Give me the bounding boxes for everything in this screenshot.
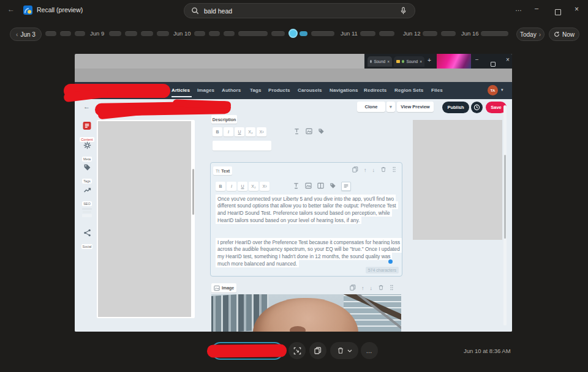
timeline-segment[interactable] [238, 31, 268, 36]
insert-image-icon[interactable] [306, 126, 312, 137]
timeline-segment[interactable] [157, 31, 169, 36]
underline-button[interactable]: U [238, 182, 247, 191]
columns-icon[interactable] [317, 180, 324, 192]
more-options-icon[interactable]: … [515, 5, 522, 12]
editor-back-icon[interactable]: ← [83, 103, 90, 110]
nav-tab-region-sets[interactable]: Region Sets [394, 87, 423, 93]
paragraph-1[interactable]: Once you've connected your Liberty 5 and… [216, 195, 401, 224]
timeline-segment[interactable] [379, 31, 394, 36]
timeline-date-label[interactable]: Jun 11 [341, 30, 358, 37]
sidebar-item-content[interactable]: Content [77, 121, 97, 143]
sidebar-item-tags[interactable]: Tags [77, 163, 97, 185]
description-input[interactable] [213, 141, 271, 151]
subscript-button[interactable]: X₂ [246, 127, 255, 136]
chevron-left-icon: ‹ [16, 31, 18, 38]
insert-image-icon[interactable] [305, 180, 312, 192]
close-button[interactable]: × [575, 5, 579, 13]
timeline-date-label[interactable]: Jun 10 [173, 30, 191, 37]
timeline-segment[interactable] [481, 31, 508, 36]
more-actions-button[interactable]: … [361, 342, 378, 359]
clone-dropdown-caret[interactable]: ▾ [386, 102, 395, 112]
paragraph-2[interactable]: I prefer HearID over the Preference Test… [216, 239, 401, 267]
timeline-segment[interactable] [271, 31, 285, 36]
article-photo-bald-head[interactable] [211, 294, 401, 332]
sidebar-item-meta[interactable]: Meta [77, 141, 97, 163]
nav-tab-tags[interactable]: Tags [250, 87, 261, 93]
timeline-segment[interactable] [60, 31, 71, 36]
move-down-icon[interactable]: ↓ [372, 167, 375, 173]
nav-tab-files[interactable]: Files [431, 87, 443, 93]
bold-button[interactable]: B [216, 182, 225, 191]
back-icon[interactable]: ← [7, 5, 15, 13]
insert-tag-icon[interactable] [330, 180, 336, 192]
timeline-segment[interactable] [423, 31, 437, 36]
microphone-icon[interactable] [399, 7, 407, 15]
drag-handle-icon[interactable] [390, 285, 394, 292]
nav-tab-carousels[interactable]: Carousels [298, 87, 322, 93]
click-to-do-button[interactable] [288, 342, 306, 359]
timeline-current-position[interactable] [288, 29, 298, 38]
page-scrollbar-thumb[interactable] [504, 155, 506, 239]
timeline-segment[interactable] [194, 31, 205, 36]
text-style-icon[interactable] [293, 180, 300, 192]
maximize-button[interactable] [555, 7, 561, 18]
timeline-date-jun3[interactable]: ‹ Jun 3 [10, 28, 42, 41]
search-box[interactable]: bald head [184, 3, 415, 18]
view-preview-button[interactable]: View Preview [397, 102, 434, 112]
timeline-segment[interactable] [311, 31, 334, 36]
list-format-button[interactable] [341, 182, 351, 191]
superscript-button[interactable]: X² [260, 182, 270, 191]
delete-snapshot-button[interactable] [330, 342, 358, 359]
underline-button[interactable]: U [235, 127, 244, 136]
italic-button[interactable]: I [227, 182, 236, 191]
nav-tab-navigations[interactable]: Navigations [330, 87, 358, 93]
timeline-segment[interactable] [109, 31, 121, 36]
clone-button[interactable]: Clone [357, 102, 385, 112]
avatar-caret-icon[interactable]: ▾ [501, 87, 503, 92]
nav-tab-articles[interactable]: Articles [172, 87, 190, 93]
left-panel-scrollbar[interactable] [192, 169, 194, 215]
comment-indicator-dot[interactable] [388, 259, 393, 264]
duplicate-icon[interactable] [352, 166, 358, 174]
copy-snapshot-button[interactable] [309, 342, 326, 359]
timeline-date-label[interactable]: Jun 9 [90, 30, 104, 37]
superscript-button[interactable]: X² [257, 127, 266, 136]
timeline-segment[interactable] [75, 31, 85, 36]
timeline-segment[interactable] [209, 31, 220, 36]
sidebar-item-seo[interactable]: SEO [77, 185, 97, 207]
timeline-segment[interactable] [45, 31, 56, 36]
bold-button[interactable]: B [213, 127, 222, 136]
drag-handle-icon[interactable] [392, 166, 396, 174]
timeline-date-label[interactable]: Jun 12 [403, 30, 421, 37]
search-input[interactable]: bald head [204, 7, 399, 15]
schedule-clock-button[interactable] [471, 102, 483, 113]
timeline-segment[interactable] [360, 31, 375, 36]
nav-tab-authors[interactable]: Authors [222, 87, 241, 93]
delete-block-icon[interactable] [380, 166, 386, 174]
duplicate-icon[interactable] [350, 285, 356, 292]
nav-tab-redirects[interactable]: Redirects [364, 87, 386, 93]
timeline-segment[interactable] [224, 31, 235, 36]
nav-tab-images[interactable]: Images [197, 87, 214, 93]
move-up-icon[interactable]: ↑ [361, 285, 364, 291]
timeline-segment[interactable] [141, 31, 153, 36]
nav-tab-products[interactable]: Products [268, 87, 290, 93]
minimize-button[interactable]: – [535, 4, 538, 12]
text-block-card[interactable]: Tt Text ↑ ↓ B I U X₂ X² [210, 162, 402, 277]
timeline-segment[interactable] [441, 31, 456, 36]
move-down-icon[interactable]: ↓ [370, 285, 373, 291]
now-button[interactable]: Now [549, 28, 579, 41]
user-avatar[interactable]: TA [488, 85, 498, 95]
italic-button[interactable]: I [224, 127, 233, 136]
timeline-date-label[interactable]: Jun 16 [461, 30, 479, 37]
subscript-button[interactable]: X₂ [249, 182, 258, 191]
publish-button[interactable]: Publish [442, 102, 469, 113]
sidebar-item-social[interactable]: Social [77, 228, 97, 250]
text-style-icon[interactable] [293, 126, 300, 137]
delete-block-icon[interactable] [378, 285, 384, 292]
move-up-icon[interactable]: ↑ [364, 167, 367, 173]
timeline-today-button[interactable]: Today › [516, 28, 545, 41]
timeline-segment[interactable] [125, 31, 137, 36]
insert-tag-icon[interactable] [318, 126, 325, 137]
timeline-current-segment[interactable] [300, 31, 307, 36]
